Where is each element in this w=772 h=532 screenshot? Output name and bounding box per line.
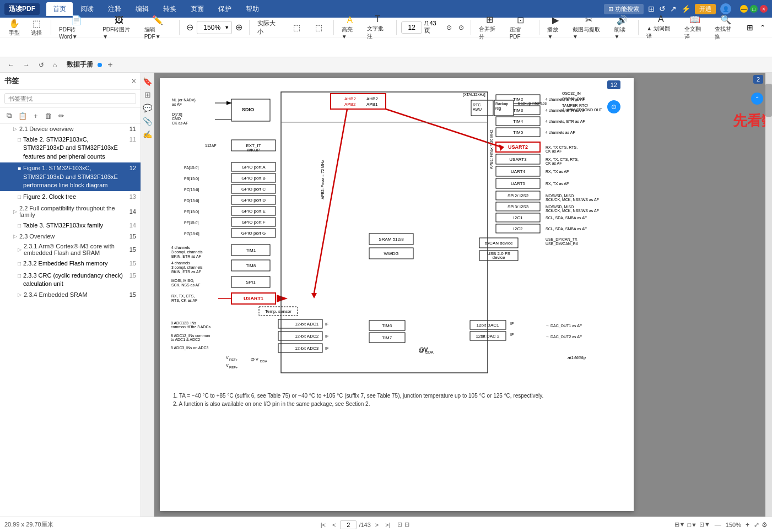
maximize-button[interactable]: □ [750,5,758,13]
comment-icon[interactable]: 💬 [143,104,152,112]
sidebar-item-table2[interactable]: □ Table 2. STM32F103xC, STM32F103xD and … [0,134,141,162]
svg-text:DDA: DDA [260,360,267,363]
edit-pdf-button[interactable]: ✏️ 编辑PDF▼ [141,14,175,41]
text-note-button[interactable]: T 文字批注 [364,13,392,41]
sign-icon[interactable]: ✍ [143,130,152,139]
page-nav-icon1[interactable]: ⊡ [397,521,402,528]
page-num-input[interactable] [404,24,419,31]
app-logo[interactable]: 迅读PDF [4,3,40,15]
select-tool-button[interactable]: ⬚ 选择 [26,17,46,38]
first-page-button[interactable]: |< [318,521,328,529]
compress-button[interactable]: ⊡ 压缩PDF [506,14,535,41]
tab-page[interactable]: 页面 [184,2,210,16]
tab-help[interactable]: 帮助 [239,2,266,16]
page-scroll[interactable]: 12 ⊙ NL (or NADV) as AF D[7:0] CMD CK as… [154,73,772,517]
forward-button[interactable]: → [20,61,33,69]
vertical-scrollbar[interactable] [765,73,772,517]
window-icon2[interactable]: ↺ [659,4,666,13]
close-button[interactable]: × [760,5,768,13]
status-page-input[interactable] [340,520,357,529]
add-tab-button[interactable]: + [104,60,116,70]
bookmark-icon[interactable]: 🔖 [143,77,152,86]
prev-page-button[interactable]: ⊙ [444,23,454,32]
sb-copy-button[interactable]: ⧉ [4,110,14,121]
home-button[interactable]: ⌂ [50,61,60,69]
zoom-dropdown-icon[interactable]: ▼ [224,25,229,30]
window-icon1[interactable]: ⊞ [648,4,655,13]
zoom-out-button[interactable]: ⊖ [184,21,196,34]
scrollbar-thumb[interactable] [765,84,772,117]
attach-icon[interactable]: 📎 [143,117,152,126]
sb-item-page: 15 [129,291,136,298]
svg-text:TIM5: TIM5 [513,130,523,135]
blue-circle-icon[interactable]: ⊙ [607,100,620,113]
play-button[interactable]: ▶ 播放▼ [544,14,567,41]
zoom-minus-button[interactable]: — [712,520,724,529]
full-translate-button[interactable]: 📖 全文翻译 [681,13,710,42]
highlight-button[interactable]: A 高亮▼ [338,14,361,41]
search-box-header[interactable]: ⊞ 功能搜索 [604,4,644,14]
last-page-button[interactable]: >| [383,521,392,529]
status-bar: 20.99 x 29.70厘米 |< < /143 > >| ⊡ ⊡ ⊞▼ □▼… [0,517,772,532]
view-icon2[interactable]: □▼ [687,522,697,528]
zoom-plus-button[interactable]: + [743,520,752,529]
kaitong-button[interactable]: 开通 [695,4,716,14]
prev-page-status-button[interactable]: < [330,521,338,529]
fit-page-button[interactable]: 实际大小 [254,18,285,37]
sidebar-search-input[interactable] [4,93,136,104]
sidebar-item-full-compatibility[interactable]: ▷ 2.2 Full compatibility throughout the … [0,203,141,220]
next-page-button[interactable]: ⊙ [456,23,466,32]
sidebar-item-arm-core[interactable]: ▷ 2.3.1 Arm® Cortex®-M3 core with embedd… [0,241,141,258]
window-icon3[interactable]: ↗ [670,4,677,13]
pdf-img-button[interactable]: 🖼 PDF转图片▼ [99,14,139,41]
zoom-in-button[interactable]: ⊕ [233,21,245,34]
sb-paste-button[interactable]: 📋 [16,111,29,121]
sidebar-item-figure1[interactable]: ■ Figure 1. STM32F103xC, STM32F103xD and… [0,162,141,191]
merge-split-button[interactable]: ⊞ 合并拆分 [476,13,504,42]
settings-button[interactable]: ⚙ [762,521,768,529]
hand-tool-button[interactable]: ✋ 手型 [4,17,24,38]
fit-screen-button[interactable]: ⤢ [754,521,759,529]
svg-text:ai14666g: ai14666g [568,355,586,360]
minimize-button[interactable]: — [740,5,748,13]
sidebar-item-crc[interactable]: □ 2.3.3 CRC (cyclic redundancy check) ca… [0,270,141,290]
arrow-icon: ▷ [18,292,21,297]
flash-icon: □ [18,260,21,268]
zoom-input[interactable] [199,24,224,31]
fit-width-button[interactable]: ⬚ [287,22,307,33]
grid-view-button[interactable]: ⊞ [744,22,755,33]
sb-rename-button[interactable]: ✏ [56,111,67,121]
tab-annotate[interactable]: 注释 [101,2,128,16]
find-replace-button[interactable]: 🔍 查找替换 [711,13,740,42]
svg-text:CK as AF: CK as AF [546,149,562,153]
sidebar-item-embedded-sram[interactable]: ▷ 2.3.4 Embedded SRAM 15 [0,290,141,300]
read-aloud-button[interactable]: 🔊 朗读▼ [611,14,634,41]
view-icon3[interactable]: ⊡▼ [699,521,710,528]
next-page-status-button[interactable]: > [373,521,381,529]
capture-button[interactable]: ✂ 截图与提取▼ [569,14,609,41]
find-replace-label: 查找替换 [715,25,737,41]
back-button[interactable]: ← [4,61,18,69]
read-aloud-label: 朗读▼ [614,26,631,40]
nav-indicator[interactable] [98,63,102,67]
pdf-word-button[interactable]: 📄 PDF转Word▼ [56,14,97,41]
translate-button[interactable]: A ▲ 划词翻译 [643,13,678,41]
expand-icon[interactable]: ⌃ [751,93,763,105]
sidebar-close-button[interactable]: × [132,77,136,85]
sidebar-item-figure2[interactable]: □ Figure 2. Clock tree 13 [0,191,141,203]
refresh-button[interactable]: ↺ [35,61,47,69]
svg-text:UART4: UART4 [511,169,526,174]
fit-height-button[interactable]: ⬚ [309,22,329,33]
sidebar-item-device-overview[interactable]: ▷ 2.1 Device overview 11 [0,124,141,134]
view-icon1[interactable]: ⊞▼ [674,521,685,528]
page-nav-icon2[interactable]: ⊡ [404,521,409,528]
sidebar-item-overview[interactable]: ▷ 2.3 Overview 15 [0,231,141,241]
expand-button[interactable]: ⌃ [758,23,768,32]
svg-text:SCL, SDA, SMBA as AF: SCL, SDA, SMBA as AF [546,216,587,220]
thumbnail-icon[interactable]: ⊞ [144,90,151,99]
tab-protect[interactable]: 保护 [212,2,238,16]
sidebar-item-flash[interactable]: □ 2.3.2 Embedded Flash memory 15 [0,258,141,269]
sidebar-item-table3[interactable]: □ Table 3. STM32F103xx family 14 [0,220,141,231]
sb-add-button[interactable]: + [31,111,40,121]
sb-delete-button[interactable]: 🗑 [42,111,54,121]
